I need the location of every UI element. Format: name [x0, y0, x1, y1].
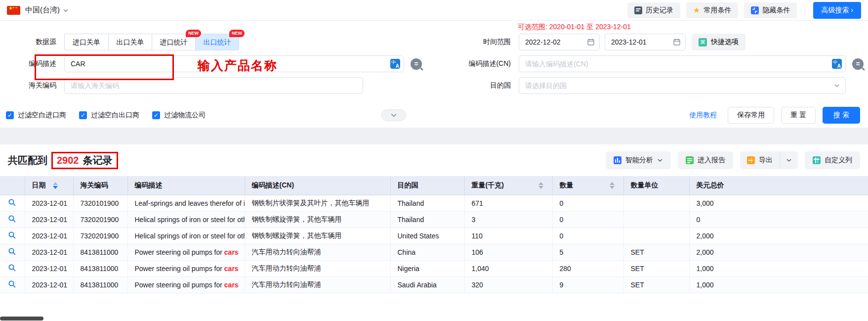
cell-quantity: 0 [552, 195, 623, 211]
row-search-icon[interactable] [8, 215, 16, 223]
cell-hs-code: 8413811000 [73, 260, 127, 276]
exact-match-icon[interactable]: = [411, 58, 422, 70]
calendar-icon [673, 38, 681, 46]
table-row: 2023-12-01 7320201900 Helical springs of… [0, 228, 868, 244]
advanced-search-button[interactable]: 高级搜索 › [813, 2, 861, 19]
new-badge: NEW [186, 30, 201, 37]
row-search-icon[interactable] [8, 264, 16, 272]
desc-cn-label: 编码描述(CN) [435, 59, 519, 68]
count-number: 2902 [57, 155, 79, 166]
hs-code-label: 海关编码 [0, 81, 64, 90]
cell-detail [0, 276, 25, 293]
history-button[interactable]: 历史记录 [627, 2, 680, 18]
results-table: 日期 海关编码 编码描述 编码描述(CN) 目的国 重量(千克) 数量 数量单位… [0, 176, 868, 293]
tab-export-statistics[interactable]: 出口统计NEW [195, 34, 239, 50]
count-suffix: 条记录 [83, 154, 113, 167]
cell-weight: 110 [464, 228, 552, 244]
hide-conditions-button[interactable]: 隐藏条件 [744, 2, 797, 18]
header-usd-total: 美元总价 [689, 176, 868, 195]
cell-date: 2023-12-01 [25, 276, 73, 293]
cell-desc: Power steering oil pumps for cars [127, 244, 245, 260]
sort-icons-quantity[interactable] [610, 182, 615, 189]
table-columns-icon [813, 156, 821, 164]
search-button[interactable]: 搜 索 [823, 107, 860, 124]
chevron-down-icon [657, 157, 663, 163]
chevron-down-icon[interactable] [63, 7, 69, 13]
dest-country-select[interactable] [519, 77, 846, 94]
collapse-filters-button[interactable] [381, 109, 406, 121]
cell-quantity: 0 [552, 228, 623, 244]
checkbox-filter-blank-exporter[interactable]: ✓ 过滤空白出口商 [79, 111, 139, 120]
command-icon: ⌘ [699, 38, 707, 46]
cell-date: 2023-12-01 [25, 228, 73, 244]
dest-country-label: 目的国 [435, 81, 519, 90]
smart-analysis-button[interactable]: 智能分析 [606, 151, 671, 169]
header-date[interactable]: 日期 [25, 176, 73, 195]
row-search-icon[interactable] [8, 198, 16, 207]
desc-cn-input[interactable] [519, 55, 846, 72]
topbar: ★★★ 中国(台湾) 历史记录 ★ 常用条件 隐藏条件 高级搜索 › [0, 0, 868, 21]
checkbox-filter-logistics[interactable]: ✓ 过滤物流公司 [152, 111, 206, 120]
cell-desc-cn: 钢铁制片状弹簧及其叶片，其他车辆用 [245, 195, 390, 211]
cell-quantity-unit [623, 211, 689, 228]
save-common-button[interactable]: 保存常用 [728, 107, 774, 124]
cell-weight: 3 [464, 211, 552, 228]
row-search-icon[interactable] [8, 247, 16, 256]
hs-code-input[interactable] [64, 77, 363, 94]
table-row: 2023-12-01 8413811000 Power steering oil… [0, 260, 868, 276]
translate-icon[interactable]: 中A [390, 59, 400, 69]
cell-detail [0, 195, 25, 211]
cell-dest-country: Nigeria [390, 260, 464, 276]
tab-import-declarations[interactable]: 进口关单 [65, 34, 108, 50]
translate-icon[interactable]: 中A [832, 59, 842, 69]
sort-icons-date[interactable] [53, 182, 58, 189]
hide-conditions-label: 隐藏条件 [762, 6, 790, 15]
cell-weight: 671 [464, 195, 552, 211]
history-button-label: 历史记录 [646, 6, 673, 15]
tutorial-link[interactable]: 使用教程 [689, 111, 717, 120]
cell-usd-total: 2,000 [689, 244, 868, 260]
tab-import-statistics[interactable]: 进口统计NEW [152, 34, 195, 50]
cell-dest-country: United States [390, 228, 464, 244]
cell-hs-code: 7320201900 [73, 211, 127, 228]
exact-match-icon[interactable]: = [852, 58, 864, 70]
sort-icons-weight[interactable] [538, 182, 543, 189]
reset-button[interactable]: 重 置 [781, 107, 816, 124]
quick-options-button[interactable]: ⌘ 快捷选项 [692, 34, 745, 50]
horizontal-scrollbar-thumb[interactable] [0, 317, 43, 321]
cell-weight: 106 [464, 244, 552, 260]
custom-columns-button[interactable]: 自定义列 [805, 151, 860, 169]
results-section: 共匹配到 2902 条记录 智能分析 进入报告 [0, 144, 868, 293]
cell-usd-total: 0 [689, 211, 868, 228]
table-row: 2023-12-01 7320101900 Leaf-springs and l… [0, 195, 868, 211]
checkbox-checked-icon: ✓ [79, 111, 87, 119]
cell-quantity: 0 [552, 211, 623, 228]
cell-desc-cn: 汽车用动力转向油帮浦 [245, 244, 390, 260]
checkbox-filter-blank-importer[interactable]: ✓ 过滤空白进口商 [6, 111, 66, 120]
cell-detail [0, 260, 25, 276]
tab-label: 进口关单 [73, 38, 100, 46]
table-row: 2023-12-01 8413811000 Power steering oil… [0, 276, 868, 293]
export-dropdown-button[interactable] [780, 151, 798, 169]
country-selector[interactable]: 中国(台湾) [25, 5, 60, 15]
row-search-icon[interactable] [8, 231, 16, 239]
cell-date: 2023-12-01 [25, 195, 73, 211]
cell-quantity: 280 [552, 260, 623, 276]
enter-report-button[interactable]: 进入报告 [678, 151, 733, 169]
row-search-icon[interactable] [8, 280, 16, 288]
filter-options-row: ✓ 过滤空白进口商 ✓ 过滤空白出口商 ✓ 过滤物流公司 使用教程 保存常用 重… [0, 107, 868, 124]
trade-data-app: ★★★ 中国(台湾) 历史记录 ★ 常用条件 隐藏条件 高级搜索 › [0, 0, 868, 321]
header-weight[interactable]: 重量(千克) [464, 176, 552, 195]
export-button[interactable]: 导出 [740, 151, 780, 169]
smart-analysis-label: 智能分析 [625, 156, 653, 165]
enter-report-label: 进入报告 [698, 156, 725, 165]
cell-desc: Helical springs of iron or steel for oth… [127, 228, 245, 244]
tab-export-declarations[interactable]: 出口关单 [108, 34, 152, 50]
favorites-button[interactable]: ★ 常用条件 [686, 2, 738, 18]
cell-quantity-unit: SET [623, 276, 689, 293]
header-quantity[interactable]: 数量 [552, 176, 623, 195]
checkbox-checked-icon: ✓ [152, 111, 160, 119]
desc-input[interactable] [64, 55, 404, 72]
checkbox-label: 过滤空白进口商 [18, 111, 66, 120]
section-divider [0, 128, 868, 144]
